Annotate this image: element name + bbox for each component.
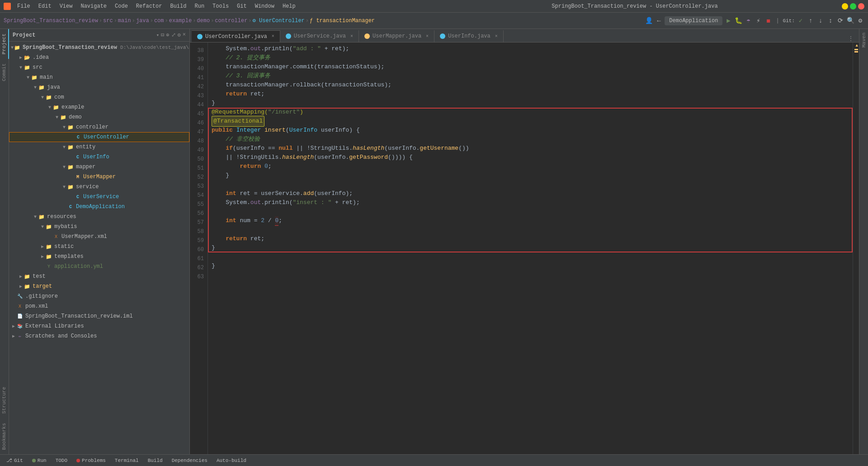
tree-application-yml[interactable]: Y application.yml	[9, 262, 189, 271]
tab-close-button[interactable]: ×	[350, 34, 353, 39]
structure-tab[interactable]: Structure	[0, 382, 9, 418]
tab-usermapper[interactable]: UserMapper.java ×	[359, 30, 434, 42]
breadcrumb-com[interactable]: com	[154, 18, 164, 24]
tree-demoapplication[interactable]: C DemoApplication	[9, 202, 189, 212]
menu-run[interactable]: Run	[191, 2, 208, 10]
tree-usercontroller[interactable]: C UserController	[9, 132, 189, 142]
tab-usercontroller[interactable]: UserController.java ×	[192, 30, 280, 42]
menu-code[interactable]: Code	[111, 2, 132, 10]
auto-build-tool-button[interactable]: Auto-build	[214, 457, 249, 464]
git-tool-button[interactable]: ⎇ Git	[4, 456, 26, 464]
tree-resources[interactable]: ▼ 📁 resources	[9, 212, 189, 222]
tree-target[interactable]: ▶ 📁 target	[9, 281, 189, 291]
tree-static[interactable]: ▶ 📁 static	[9, 242, 189, 252]
tree-iml[interactable]: 📄 SpringBoot_Transaction_review.iml	[9, 311, 189, 321]
menu-git[interactable]: Git	[233, 2, 250, 10]
tree-external-libraries[interactable]: ▶ 📚 External Libraries	[9, 321, 189, 331]
dependencies-tool-button[interactable]: Dependencies	[169, 457, 210, 464]
menu-edit[interactable]: Edit	[35, 2, 55, 10]
git-history[interactable]: ⟳	[836, 17, 844, 25]
menu-refactor[interactable]: Refactor	[132, 2, 166, 10]
git-check[interactable]: ✓	[797, 17, 805, 25]
tree-usermapper-xml[interactable]: X UserMapper.xml	[9, 232, 189, 242]
tab-close-button[interactable]: ×	[495, 34, 498, 39]
tree-mapper[interactable]: ▼ 📁 mapper	[9, 162, 189, 172]
menu-file[interactable]: File	[14, 2, 34, 10]
collapse-all-icon[interactable]: ⊟	[161, 32, 164, 38]
tree-src[interactable]: ▼ 📁 src	[9, 62, 189, 72]
tab-userservice[interactable]: UserService.java ×	[280, 30, 359, 42]
git-pull[interactable]: ↓	[816, 17, 825, 25]
menu-help[interactable]: Help	[279, 2, 299, 10]
run-config-selector[interactable]: DemoApplication	[665, 16, 722, 25]
commit-tab[interactable]: Commit	[0, 59, 9, 86]
minimize-button[interactable]	[842, 3, 848, 10]
menu-navigate[interactable]: Navigate	[77, 2, 110, 10]
git-fetch[interactable]: ↕	[826, 17, 835, 25]
build-tool-button[interactable]: Build	[145, 457, 165, 464]
breadcrumb-demo[interactable]: demo	[197, 18, 210, 24]
project-tab[interactable]: Project	[0, 29, 9, 59]
debug-button[interactable]: 🐛	[734, 17, 742, 25]
todo-tool-button[interactable]: TODO	[53, 457, 70, 464]
settings-button[interactable]: ⚙	[856, 17, 864, 25]
tree-root[interactable]: ▼ 📁 SpringBoot_Transaction_review D:\Jav…	[9, 43, 189, 52]
tab-more-icon[interactable]: ⋮	[848, 35, 854, 42]
tree-java[interactable]: ▼ 📁 java	[9, 82, 189, 92]
tree-com[interactable]: ▼ 📁 com	[9, 92, 189, 102]
breadcrumb-controller[interactable]: controller	[215, 18, 247, 24]
tree-pom[interactable]: X pom.xml	[9, 301, 189, 311]
run-button[interactable]: ▶	[724, 17, 732, 25]
breadcrumb-transactionmanager[interactable]: ƒ transactionManager	[310, 18, 375, 24]
stop-button[interactable]: ◼	[764, 17, 772, 25]
menu-tools[interactable]: Tools	[209, 2, 232, 10]
breadcrumb-example[interactable]: example	[169, 18, 192, 24]
tab-close-button[interactable]: ×	[426, 34, 429, 39]
tree-entity[interactable]: ▼ 📁 entity	[9, 142, 189, 152]
tree-userservice[interactable]: C UserService	[9, 192, 189, 202]
menu-view[interactable]: View	[56, 2, 76, 10]
run-tool-button[interactable]: Run	[29, 457, 49, 464]
close-button[interactable]	[858, 3, 864, 10]
tab-close-button[interactable]: ×	[272, 34, 274, 39]
git-push[interactable]: ↑	[807, 17, 815, 25]
search-everywhere[interactable]: 🔍	[846, 17, 854, 25]
tree-userinfo[interactable]: C UserInfo	[9, 152, 189, 162]
maximize-button[interactable]	[850, 3, 856, 10]
code-editor[interactable]: System.out.println("add : " + ret); // 2…	[208, 43, 853, 454]
profile-button[interactable]: ⚡	[754, 17, 762, 25]
tree-main[interactable]: ▼ 📁 main	[9, 72, 189, 82]
tree-demo[interactable]: ▼ 📁 demo	[9, 112, 189, 122]
tree-test[interactable]: ▶ 📁 test	[9, 271, 189, 281]
breadcrumb-java[interactable]: java	[136, 18, 149, 24]
breadcrumb-main[interactable]: main	[118, 18, 131, 24]
tree-templates[interactable]: ▶ 📁 templates	[9, 252, 189, 262]
project-settings-icon[interactable]: ⚙	[178, 32, 181, 38]
tree-controller[interactable]: ▼ 📁 controller	[9, 122, 189, 132]
tree-idea[interactable]: ▶ 📂 .idea	[9, 52, 189, 62]
tree-gitignore[interactable]: 🔧 .gitignore	[9, 291, 189, 301]
problems-tool-button[interactable]: Problems	[74, 457, 108, 464]
tree-scratches[interactable]: ▶ ✏ Scratches and Consoles	[9, 331, 189, 341]
hide-panel-icon[interactable]: ×	[183, 32, 186, 38]
breadcrumb-src[interactable]: src	[103, 18, 113, 24]
menu-build[interactable]: Build	[166, 2, 190, 10]
tree-service[interactable]: ▼ 📁 service	[9, 182, 189, 192]
back-icon[interactable]: ←	[655, 17, 663, 25]
tree-usermapper[interactable]: M UserMapper	[9, 172, 189, 182]
breadcrumb-usercontroller[interactable]: ⚙ UserController	[253, 17, 305, 24]
tree-example[interactable]: ▼ 📁 example	[9, 102, 189, 112]
maven-panel-strip[interactable]: Maven	[859, 29, 868, 454]
coverage-button[interactable]: ☂	[744, 17, 752, 25]
project-panel-dropdown[interactable]: ▾	[156, 32, 159, 38]
bookmarks-tab[interactable]: Bookmarks	[0, 418, 9, 454]
user-icon[interactable]: 👤	[645, 17, 653, 25]
maven-label[interactable]: Maven	[861, 33, 867, 48]
breadcrumb-project[interactable]: SpringBoot_Transaction_review	[4, 18, 98, 24]
tab-userinfo[interactable]: UserInfo.java ×	[434, 30, 504, 42]
terminal-tool-button[interactable]: Terminal	[112, 457, 142, 464]
expand-icon[interactable]: ⤢	[171, 32, 176, 38]
scroll-to-source-icon[interactable]: ⊕	[166, 32, 169, 38]
menu-window[interactable]: Window	[251, 2, 278, 10]
tree-mybatis[interactable]: ▼ 📁 mybatis	[9, 222, 189, 232]
